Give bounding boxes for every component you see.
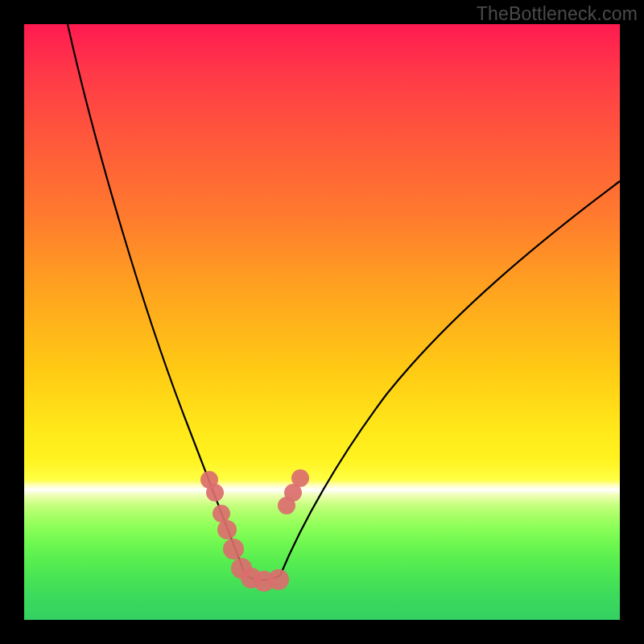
marker-dot <box>217 520 237 539</box>
marker-dot <box>213 505 230 522</box>
plot-area <box>24 24 620 620</box>
marker-group <box>200 469 309 592</box>
watermark-text: TheBottleneck.com <box>477 3 638 25</box>
right-curve <box>280 181 620 576</box>
marker-dot <box>291 469 309 487</box>
curve-canvas <box>24 24 620 620</box>
marker-dot <box>206 484 224 502</box>
marker-dot <box>268 569 289 590</box>
chart-frame: TheBottleneck.com <box>0 0 644 644</box>
marker-dot <box>223 539 244 559</box>
